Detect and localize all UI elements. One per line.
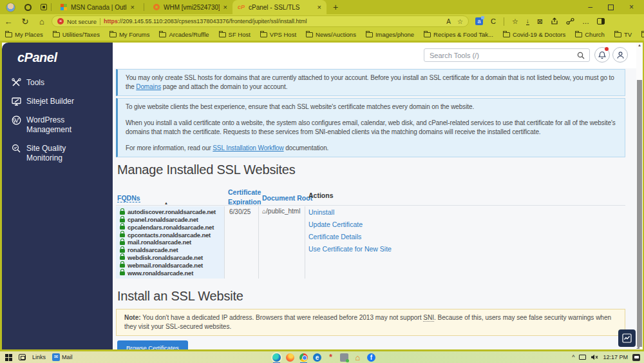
scrollbar-up-icon[interactable]: ▲ [636,43,643,47]
taskbar-app-starburst-icon[interactable]: * [327,353,335,362]
fqdn-row: cpcalendars.ronaldsarcade.net [120,224,220,231]
domains-link[interactable]: Domains [136,83,161,90]
tab-actions-icon[interactable] [41,4,47,10]
use-certificate-new-site-link[interactable]: Use Certificate for New Site [308,245,392,253]
taskbar-edge-legacy-icon[interactable]: e [313,353,321,362]
window-maximize-button[interactable] [608,5,614,10]
scrollbar-thumb[interactable] [637,80,642,347]
update-certificate-link[interactable]: Update Certificate [308,221,392,228]
resize-handle-icon[interactable] [636,346,639,349]
bookmark-folder[interactable]: Church [575,31,605,38]
browse-certificates-button[interactable]: Browse Certificates [117,340,188,349]
folder-icon [53,32,60,37]
tab-divider [51,3,52,11]
fqdn-row: mail.ronaldsarcade.net [120,239,220,246]
not-secure-icon: × [57,18,64,25]
tab-close-icon[interactable]: × [223,3,227,11]
taskbar-chrome-icon[interactable] [299,353,308,362]
task-view-icon[interactable] [19,354,26,360]
bookmark-folder[interactable]: News/Auctions [306,31,356,38]
analytics-float-button[interactable] [618,329,636,347]
collections-icon[interactable]: ☆ [512,17,518,26]
share-icon[interactable] [551,17,558,25]
bookmark-folder[interactable]: TV [614,31,632,38]
bookmark-folder[interactable]: Covid-19 & Doctors [503,31,565,38]
search-input[interactable] [424,48,590,62]
fqdn-row: cpanel.ronaldsarcade.net [120,216,220,223]
user-button[interactable] [612,47,628,63]
fqdn-row: webmail.ronaldsarcade.net [120,262,220,269]
lock-icon [120,256,125,260]
new-tab-button[interactable]: + [333,2,338,12]
bookmark-folder[interactable]: Arcades/Ruffle [159,31,209,38]
window-close-button[interactable]: × [629,3,634,12]
sidebar-item-sitejet-builder[interactable]: Sitejet Builder [12,97,92,106]
lock-icon [120,271,125,275]
bookmark-folder[interactable]: G-Mail [641,31,644,38]
mail-shortcut[interactable]: ✉ Mail [52,353,73,361]
uninstall-link[interactable]: Uninstall [308,208,392,216]
tray-hidden-icons-chevron[interactable]: ^ [572,354,574,360]
lock-icon [120,211,125,215]
notification-center-icon[interactable] [632,354,640,361]
back-icon[interactable]: ← [0,17,17,26]
taskbar-app-home-icon[interactable]: ⌂ [354,353,362,362]
url-scheme: https [104,18,118,25]
notification-badge [605,47,609,51]
refresh-icon[interactable]: ↻ [17,17,33,26]
bookmark-folder[interactable]: Recipes & Food Tak... [424,31,493,38]
clock[interactable]: 12:17 PM [603,354,628,360]
sidebar-item-tools[interactable]: Tools [12,78,92,88]
tab-whm[interactable]: WHM [vmi2524730] List Account × [148,0,232,14]
bookmark-folder[interactable]: Utilities/Taxes [53,31,100,38]
volume-muted-icon[interactable] [591,354,598,360]
column-header-document-root[interactable]: Document Root [262,191,312,203]
taskbar-firefox-icon[interactable] [286,353,294,362]
link-icon[interactable] [566,17,574,25]
taskbar-facebook-icon[interactable]: f [367,353,375,362]
bookmark-folder[interactable]: SF Host [219,31,251,38]
browser-essentials-icon[interactable]: C [491,17,496,25]
manage-ssl-heading: Manage Installed SSL Websites [117,162,296,177]
tab-close-icon[interactable]: × [131,3,135,11]
column-divider [258,206,259,279]
tab-cpanel-active[interactable]: cP cPanel - SSL/TLS × [232,0,327,14]
start-button[interactable] [5,354,12,361]
column-header-fqdns[interactable]: FQDNs [117,191,140,203]
bookmark-folder[interactable]: VPS Host [260,31,296,38]
downloads-icon[interactable]: ↓ [526,18,529,25]
more-menu-icon[interactable]: … [582,17,589,25]
home-icon[interactable]: ⌂ [33,17,50,26]
links-toolbar-label[interactable]: Links [32,354,46,360]
taskbar-app-gray-icon[interactable] [340,353,348,362]
sidebar-item-wordpress-management[interactable]: WordPress Management [12,115,92,135]
tab-close-icon[interactable]: × [317,3,321,11]
workspaces-icon[interactable] [24,4,32,11]
column-header-certificate-expiration[interactable]: Certificate Expiration [228,187,264,206]
bookmark-folder[interactable]: My Places [5,31,43,38]
cpanel-logo[interactable]: cPanel [17,50,57,65]
window-minimize-button[interactable]: – [588,3,592,12]
sidebar-item-site-quality-monitoring[interactable]: Site Quality Monitoring [12,144,92,163]
info-callout-domains: You may only create SSL hosts for domain… [116,69,625,96]
ssl-workflow-link[interactable]: SSL Installation Workflow [213,144,283,152]
table-header-divider [116,205,625,206]
web-capture-icon[interactable]: ⊠ [537,17,543,26]
url-text[interactable]: https://209.145.55.110:2083/cpsess137804… [104,18,443,25]
bookmark-folder[interactable]: Images/phone [366,31,414,38]
favorite-star-icon[interactable]: ☆ [457,18,463,25]
folder-icon [641,32,644,37]
not-secure-label[interactable]: Not secure [67,18,97,25]
sidebar-panel-icon[interactable] [597,18,605,25]
profile-avatar[interactable] [6,3,15,12]
url-rest: ://209.145.55.110:2083/cpsess1378043376/… [118,18,307,25]
address-divider [100,18,100,25]
read-aloud-icon[interactable]: A [446,18,451,25]
translate-icon[interactable]: a [475,17,483,25]
address-bar[interactable]: × Not secure https://209.145.55.110:2083… [52,15,469,27]
network-display-icon[interactable] [579,355,586,360]
bookmark-folder[interactable]: My Forums [109,31,150,38]
certificate-details-link[interactable]: Certificate Details [308,233,392,240]
tab-msn[interactable]: MSN Canada | Outlook, Office, Sk × [55,0,140,14]
taskbar-edge-icon[interactable] [272,353,281,362]
